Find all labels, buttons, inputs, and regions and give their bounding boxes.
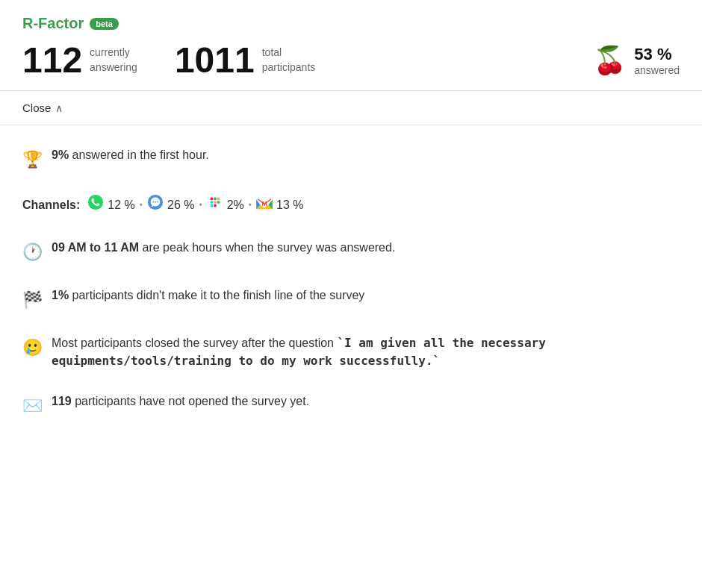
currently-answering-label: currently answering (90, 46, 137, 75)
dot-3: • (249, 198, 252, 212)
channel-slack: 2% (207, 194, 244, 216)
currently-answering-number: 112 (22, 43, 82, 78)
flag-icon: 🏁 (22, 287, 43, 312)
envelope-text: 119 participants have not opened the sur… (52, 392, 680, 410)
clock-hours: 09 AM to 11 AM (52, 241, 139, 254)
svg-point-3 (155, 201, 156, 203)
chat-pct: 26 % (167, 196, 194, 214)
svg-rect-11 (217, 198, 220, 201)
gmail-pct: 13 % (276, 196, 303, 214)
svg-rect-8 (214, 201, 217, 204)
clock-rest: are peak hours when the survey was answe… (139, 241, 395, 254)
brand-row: R-Factor beta (22, 15, 680, 32)
close-button[interactable]: Close ∧ (0, 91, 702, 125)
svg-rect-5 (210, 198, 213, 201)
chevron-up-icon: ∧ (55, 102, 63, 114)
clock-text: 09 AM to 11 AM are peak hours when the s… (52, 239, 680, 257)
svg-text:M: M (261, 200, 267, 207)
channel-chat: 26 % (147, 194, 194, 216)
svg-rect-7 (214, 198, 217, 201)
insights-section: 🏆 9% answered in the first hour. Channel… (0, 125, 702, 439)
envelope-insight: ✉️ 119 participants have not opened the … (22, 392, 680, 418)
svg-rect-12 (217, 201, 220, 204)
channels-insight: Channels: 12 % • (22, 194, 680, 216)
channels-row: Channels: 12 % • (22, 194, 680, 216)
whatsapp-icon (87, 194, 104, 216)
chat-icon (147, 194, 164, 216)
currently-answering-stat: 112 currently answering (22, 43, 137, 78)
slack-icon (207, 194, 223, 216)
clock-insight: 🕐 09 AM to 11 AM are peak hours when the… (22, 239, 680, 264)
svg-rect-6 (210, 201, 213, 204)
total-participants-label: total participants (262, 46, 316, 75)
trophy-rest: answered in the first hour. (69, 148, 209, 161)
whatsapp-pct: 12 % (108, 196, 134, 214)
channel-whatsapp: 12 % (87, 194, 134, 216)
svg-point-4 (157, 201, 158, 203)
svg-point-0 (88, 195, 103, 210)
flag-insight: 🏁 1% participants didn't make it to the … (22, 287, 680, 312)
clock-icon: 🕐 (22, 240, 43, 264)
gmail-icon: M (256, 194, 273, 216)
face-icon: 🥲 (22, 335, 43, 360)
channels-label: Channels: (22, 196, 80, 214)
flag-rest: participants didn't make it to the finis… (69, 289, 364, 301)
slack-pct: 2% (227, 196, 244, 214)
stats-row: 112 currently answering 1011 total parti… (22, 43, 680, 78)
dot-1: • (140, 198, 143, 212)
face-text: Most participants closed the survey afte… (52, 334, 680, 370)
svg-rect-9 (210, 204, 213, 207)
answered-label: answered (634, 64, 680, 76)
svg-rect-10 (214, 204, 217, 207)
envelope-rest: participants have not opened the survey … (72, 395, 309, 407)
dot-2: • (199, 198, 202, 212)
face-insight: 🥲 Most participants closed the survey af… (22, 334, 680, 370)
flag-pct: 1% (52, 289, 69, 301)
header: R-Factor beta 112 currently answering 10… (0, 0, 702, 91)
brand-name: R-Factor (22, 15, 84, 32)
trophy-pct: 9% (52, 148, 69, 161)
trophy-icon: 🏆 (22, 147, 43, 172)
beta-badge: beta (90, 18, 119, 30)
answered-stat: 🍒 53 % answered (593, 45, 680, 76)
flag-text: 1% participants didn't make it to the fi… (52, 287, 680, 304)
svg-point-2 (152, 201, 154, 203)
envelope-icon: ✉️ (22, 393, 43, 418)
total-participants-number: 1011 (175, 43, 255, 78)
answered-percent: 53 % (634, 45, 680, 64)
total-participants-stat: 1011 total participants (175, 43, 315, 78)
trophy-insight: 🏆 9% answered in the first hour. (22, 146, 680, 172)
face-pre: Most participants closed the survey afte… (52, 337, 337, 349)
trophy-text: 9% answered in the first hour. (52, 146, 680, 164)
close-label: Close (22, 101, 51, 114)
channel-gmail: M 13 % (256, 194, 303, 216)
cherry-icon: 🍒 (593, 45, 627, 76)
envelope-count: 119 (52, 395, 72, 407)
